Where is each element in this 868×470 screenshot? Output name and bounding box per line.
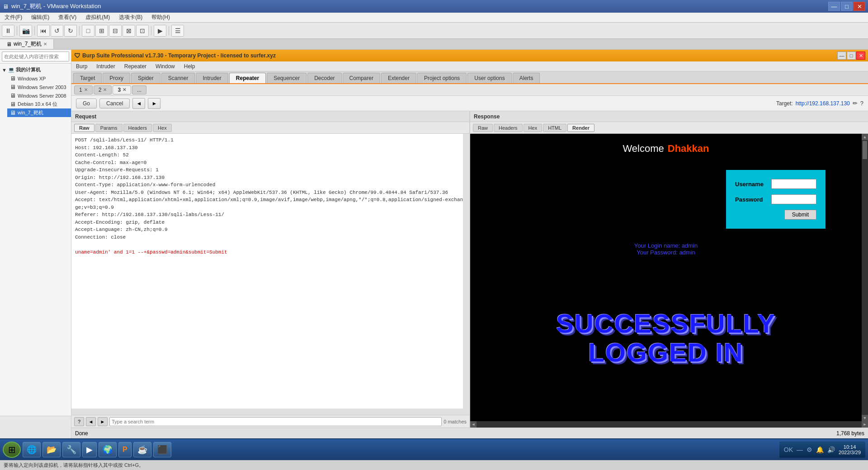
rep-tab-3-close[interactable]: ✕	[123, 87, 126, 92]
burp-menu-repeater[interactable]: Repeater	[120, 62, 151, 70]
toolbar-zoom-out[interactable]: ⊡	[136, 25, 149, 37]
response-scrollbar-v[interactable]: ▲ ▼	[862, 134, 868, 421]
resp-tab-raw[interactable]: Raw	[473, 124, 493, 132]
toolbar-fullscreen[interactable]: ⏮	[37, 25, 50, 37]
tab-project-options[interactable]: Project options	[417, 73, 467, 83]
resp-tab-render[interactable]: Render	[567, 124, 594, 132]
cancel-button[interactable]: Cancel	[99, 99, 130, 108]
sidebar-item-winxp[interactable]: 🖥 Windows XP	[7, 74, 71, 83]
toolbar-menu[interactable]: ☰	[171, 25, 184, 37]
submit-button[interactable]: Submit	[784, 210, 816, 220]
taskbar-other[interactable]: ⬛	[153, 442, 171, 457]
tab-target[interactable]: Target	[73, 73, 102, 83]
request-scrollbar-v[interactable]	[463, 134, 469, 409]
tab-comparer[interactable]: Comparer	[343, 73, 380, 83]
start-button[interactable]: ⊞	[3, 442, 21, 458]
rep-tab-3[interactable]: 3 ✕	[113, 85, 131, 94]
menu-vm[interactable]: 虚拟机(M)	[81, 13, 114, 22]
tab-spider[interactable]: Spider	[131, 73, 160, 83]
username-input[interactable]	[771, 179, 816, 189]
sidebar-item-win7[interactable]: 🖥 win_7_靶机	[7, 108, 71, 117]
tab-proxy[interactable]: Proxy	[103, 73, 130, 83]
close-button[interactable]: ✕	[854, 2, 865, 11]
burp-menu-help[interactable]: Help	[179, 62, 200, 70]
sidebar-item-win2008[interactable]: 🖥 Windows Server 2008	[7, 91, 71, 100]
nav-forward-button[interactable]: ►	[148, 98, 160, 109]
resp-tab-hex[interactable]: Hex	[524, 124, 542, 132]
req-tab-headers[interactable]: Headers	[123, 124, 152, 132]
search-next-btn[interactable]: ►	[98, 417, 108, 426]
taskbar-files[interactable]: 🔧	[62, 442, 80, 457]
toolbar-unity[interactable]: □	[82, 25, 94, 37]
burp-maximize[interactable]: □	[847, 52, 856, 60]
tab-sequencer[interactable]: Sequencer	[267, 73, 307, 83]
search-input[interactable]	[2, 52, 69, 61]
tree-root[interactable]: ▼ 💻 我的计算机	[0, 66, 71, 74]
req-tab-params[interactable]: Params	[95, 124, 123, 132]
resp-hscroll-left[interactable]: ◄	[470, 421, 476, 428]
burp-menu-burp[interactable]: Burp	[71, 62, 92, 70]
response-scrollbar-h[interactable]: ◄ ►	[470, 421, 868, 428]
resp-tab-html[interactable]: HTML	[543, 124, 566, 132]
minimize-button[interactable]: —	[828, 2, 840, 11]
taskbar-explorer[interactable]: 📂	[42, 442, 61, 457]
resp-scroll-up[interactable]: ▲	[862, 134, 868, 140]
request-text-area[interactable]: POST /sqli-labs/Less-11/ HTTP/1.1 Host: …	[71, 134, 469, 409]
toolbar-power[interactable]: ⏸	[2, 25, 14, 37]
resp-scroll-thumb[interactable]	[863, 141, 867, 159]
rep-tab-2[interactable]: 2 ✕	[94, 85, 112, 94]
rep-tab-more[interactable]: ...	[132, 85, 146, 94]
taskbar-java[interactable]: ☕	[133, 442, 151, 457]
tab-scanner[interactable]: Scanner	[161, 73, 195, 83]
vm-tab-close[interactable]: ✕	[43, 42, 47, 47]
password-input[interactable]	[771, 194, 816, 204]
burp-menu-window[interactable]: Window	[151, 62, 179, 70]
search-help-btn[interactable]: ?	[74, 417, 84, 426]
tab-repeater[interactable]: Repeater	[229, 73, 266, 83]
menu-file[interactable]: 文件(F)	[0, 13, 27, 22]
help-icon[interactable]: ?	[860, 100, 863, 107]
taskbar-ie[interactable]: 🌐	[23, 442, 41, 457]
go-button[interactable]: Go	[76, 99, 97, 108]
toolbar-zoom-in[interactable]: ⊠	[123, 25, 135, 37]
taskbar-media[interactable]: ▶	[82, 442, 97, 457]
menu-help[interactable]: 帮助(H)	[147, 13, 175, 22]
req-tab-hex[interactable]: Hex	[153, 124, 172, 132]
search-input[interactable]	[109, 417, 442, 426]
taskbar-burp[interactable]: P	[118, 442, 132, 457]
edit-target-icon[interactable]: ✏	[853, 100, 858, 107]
menu-edit[interactable]: 编辑(E)	[27, 13, 54, 22]
target-url[interactable]: http://192.168.137.130	[796, 100, 850, 107]
taskbar-chrome[interactable]: 🌍	[99, 442, 117, 457]
burp-menu-intruder[interactable]: Intruder	[92, 62, 119, 70]
search-prev-btn[interactable]: ◄	[86, 417, 96, 426]
maximize-button[interactable]: □	[841, 2, 853, 11]
nav-back-button[interactable]: ◄	[132, 98, 145, 109]
toolbar-snapshot[interactable]: 📷	[19, 25, 32, 37]
toolbar-send[interactable]: ▶	[154, 25, 166, 37]
menu-tabs[interactable]: 选项卡(B)	[114, 13, 147, 22]
menu-view[interactable]: 查看(V)	[54, 13, 81, 22]
resp-hscroll-right[interactable]: ►	[862, 421, 868, 428]
resp-scroll-down[interactable]: ▼	[862, 415, 868, 421]
toolbar-fit[interactable]: ⊞	[95, 25, 108, 37]
tab-intruder[interactable]: Intruder	[196, 73, 228, 83]
tab-decoder[interactable]: Decoder	[307, 73, 341, 83]
burp-minimize[interactable]: —	[837, 52, 846, 60]
toolbar-stretch[interactable]: ⊟	[109, 25, 122, 37]
toolbar-reset[interactable]: ↻	[64, 25, 77, 37]
rep-tab-1[interactable]: 1 ✕	[74, 85, 93, 94]
tab-alerts[interactable]: Alerts	[513, 73, 540, 83]
request-scrollbar-h[interactable]	[71, 409, 469, 415]
toolbar-suspend[interactable]: ↺	[51, 25, 63, 37]
burp-close[interactable]: ✕	[856, 52, 865, 60]
resp-tab-headers[interactable]: Headers	[494, 124, 523, 132]
rep-tab-1-close[interactable]: ✕	[84, 87, 88, 92]
sidebar-item-win2003[interactable]: 🖥 Windows Server 2003	[7, 83, 71, 91]
tab-extender[interactable]: Extender	[381, 73, 416, 83]
tab-user-options[interactable]: User options	[467, 73, 511, 83]
req-tab-raw[interactable]: Raw	[74, 124, 94, 132]
vm-tab-win7[interactable]: 🖥 win_7_靶机 ✕	[0, 39, 54, 49]
rep-tab-2-close[interactable]: ✕	[103, 87, 107, 92]
sidebar-item-debian[interactable]: 🖥 Debian 10.x 64 位	[7, 100, 71, 108]
